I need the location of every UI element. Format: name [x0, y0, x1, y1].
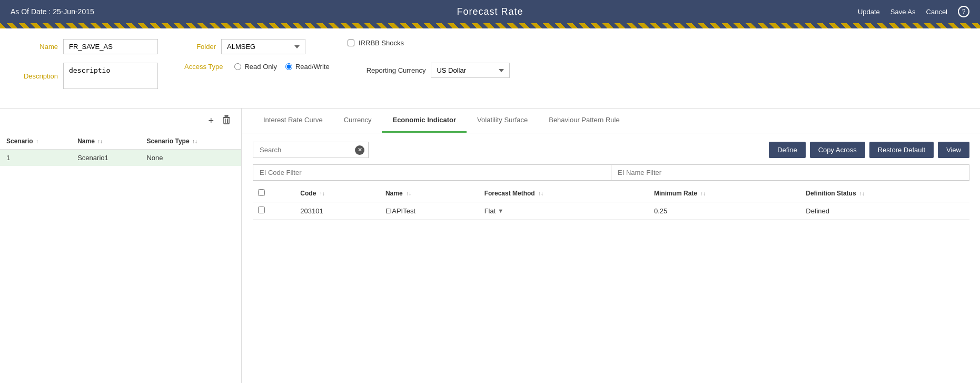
description-group: Description descriptio: [21, 63, 158, 89]
left-panel-toolbar: +: [0, 109, 241, 133]
read-only-label: Read Only: [244, 63, 276, 71]
def-status-sort-icon[interactable]: ↑↓: [859, 191, 865, 197]
row-checkbox[interactable]: [258, 207, 265, 213]
help-button[interactable]: ?: [958, 6, 969, 17]
forecast-method-dropdown-icon[interactable]: ▼: [498, 208, 503, 214]
ei-code: 203101: [295, 202, 380, 220]
copy-across-button[interactable]: Copy Across: [810, 142, 865, 158]
economic-indicator-table: Code ↑↓ Name ↑↓ Forecast Method ↑↓ Minim…: [253, 185, 969, 220]
search-row: ✕ Define Copy Across Restore Default Vie…: [253, 142, 969, 158]
ei-name-sort-icon[interactable]: ↑↓: [406, 191, 411, 197]
search-wrap: ✕: [253, 142, 369, 158]
forecast-sort-icon[interactable]: ↑↓: [538, 191, 543, 197]
ei-definition-status: Defined: [800, 202, 969, 220]
access-type-label: Access Type: [184, 63, 223, 71]
col-definition-status-header: Definition Status ↑↓: [800, 185, 969, 202]
add-scenario-button[interactable]: +: [206, 114, 216, 128]
irrbb-label: IRRBB Shocks: [359, 39, 404, 47]
search-clear-button[interactable]: ✕: [355, 145, 364, 155]
folder-label: Folder: [179, 43, 216, 51]
description-label: Description: [21, 72, 58, 80]
search-input[interactable]: [253, 142, 369, 158]
col-name: Name ↑↓: [71, 133, 140, 150]
scenario-number: 1: [0, 150, 71, 166]
ei-code-filter[interactable]: [253, 164, 611, 181]
ei-name: EIAPITest: [380, 202, 479, 220]
update-button[interactable]: Update: [858, 8, 880, 16]
irrbb-checkbox[interactable]: [348, 40, 354, 46]
page-title: Forecast Rate: [457, 6, 523, 17]
description-input[interactable]: descriptio: [63, 63, 158, 89]
read-write-radio-group: Read/Write: [285, 63, 330, 71]
row-checkbox-cell: [253, 202, 295, 220]
read-write-radio[interactable]: [285, 63, 292, 70]
select-all-checkbox[interactable]: [258, 189, 265, 196]
tab-interest-rate-curve[interactable]: Interest Rate Curve: [253, 109, 333, 133]
cancel-button[interactable]: Cancel: [926, 8, 947, 16]
read-only-radio-group: Read Only: [234, 63, 276, 71]
scenario-name: Scenario1: [71, 150, 140, 166]
ei-name-filter[interactable]: [611, 164, 969, 181]
tab-volatility-surface[interactable]: Volatility Surface: [467, 109, 538, 133]
access-type-group: Access Type Read Only Read/Write: [184, 63, 330, 71]
app-header: As Of Date : 25-Jun-2015 Forecast Rate U…: [0, 0, 980, 23]
col-forecast-method-header: Forecast Method ↑↓: [479, 185, 649, 202]
col-minimum-rate-header: Minimum Rate ↑↓: [649, 185, 800, 202]
action-buttons: Define Copy Across Restore Default View: [769, 142, 969, 158]
left-panel: + Scenario ↑ Name: [0, 109, 242, 383]
header-actions: Update Save As Cancel ?: [858, 6, 969, 17]
trash-icon: [222, 115, 231, 124]
svg-rect-1: [224, 117, 229, 124]
main-content: + Scenario ↑ Name: [0, 109, 980, 383]
define-button[interactable]: Define: [769, 142, 806, 158]
form-row-1: Name Folder ALMSEG DEFAULT GLOBAL IRRBB …: [21, 39, 959, 54]
col-checkbox-header: [253, 185, 295, 202]
col-scenario-type: Scenario Type ↑↓: [140, 133, 241, 150]
reporting-currency-select[interactable]: US Dollar Euro GBP: [431, 63, 510, 78]
read-only-radio[interactable]: [234, 63, 241, 70]
name-input[interactable]: [63, 39, 158, 54]
name-label: Name: [21, 43, 58, 51]
filter-row: [253, 164, 969, 181]
scenario-table: Scenario ↑ Name ↑↓ Scenario Type ↑↓ 1 Sc…: [0, 133, 241, 166]
ei-forecast-method: Flat ▼: [479, 202, 649, 220]
tab-currency[interactable]: Currency: [333, 109, 382, 133]
svg-rect-4: [225, 115, 228, 116]
tab-content-economic-indicator: ✕ Define Copy Across Restore Default Vie…: [242, 133, 980, 383]
tabs: Interest Rate Curve Currency Economic In…: [242, 109, 980, 133]
folder-select[interactable]: ALMSEG DEFAULT GLOBAL: [221, 39, 305, 54]
folder-group: Folder ALMSEG DEFAULT GLOBAL: [179, 39, 305, 54]
svg-rect-2: [225, 119, 226, 123]
col-code-header: Code ↑↓: [295, 185, 380, 202]
as-of-date: As Of Date : 25-Jun-2015: [11, 7, 94, 16]
save-as-button[interactable]: Save As: [890, 8, 916, 16]
name-group: Name: [21, 39, 158, 54]
scenario-type-sort-icon[interactable]: ↑↓: [192, 139, 197, 144]
col-name-header: Name ↑↓: [380, 185, 479, 202]
ei-minimum-rate: 0.25: [649, 202, 800, 220]
delete-scenario-button[interactable]: [220, 114, 233, 128]
name-sort-icon[interactable]: ↑↓: [97, 139, 103, 144]
restore-default-button[interactable]: Restore Default: [869, 142, 934, 158]
tab-economic-indicator[interactable]: Economic Indicator: [382, 109, 467, 133]
reporting-currency-label: Reporting Currency: [367, 66, 426, 74]
table-row[interactable]: 1 Scenario1 None: [0, 150, 241, 166]
form-area: Name Folder ALMSEG DEFAULT GLOBAL IRRBB …: [0, 28, 980, 109]
read-write-label: Read/Write: [295, 63, 330, 71]
table-row: 203101 EIAPITest Flat ▼ 0.25 Defined: [253, 202, 969, 220]
view-button[interactable]: View: [938, 142, 969, 158]
tab-behaviour-pattern-rule[interactable]: Behaviour Pattern Rule: [538, 109, 630, 133]
scenario-sort-icon[interactable]: ↑: [36, 139, 38, 144]
svg-rect-3: [227, 119, 229, 123]
reporting-currency-group: Reporting Currency US Dollar Euro GBP: [367, 63, 510, 78]
min-rate-sort-icon[interactable]: ↑↓: [700, 191, 706, 197]
form-row-2: Description descriptio Access Type Read …: [21, 63, 959, 89]
decorative-band: [0, 23, 980, 28]
irrbb-group: IRRBB Shocks: [348, 39, 404, 47]
col-scenario: Scenario ↑: [0, 133, 71, 150]
right-panel: Interest Rate Curve Currency Economic In…: [242, 109, 980, 383]
code-sort-icon[interactable]: ↑↓: [320, 191, 325, 197]
scenario-type: None: [140, 150, 241, 166]
